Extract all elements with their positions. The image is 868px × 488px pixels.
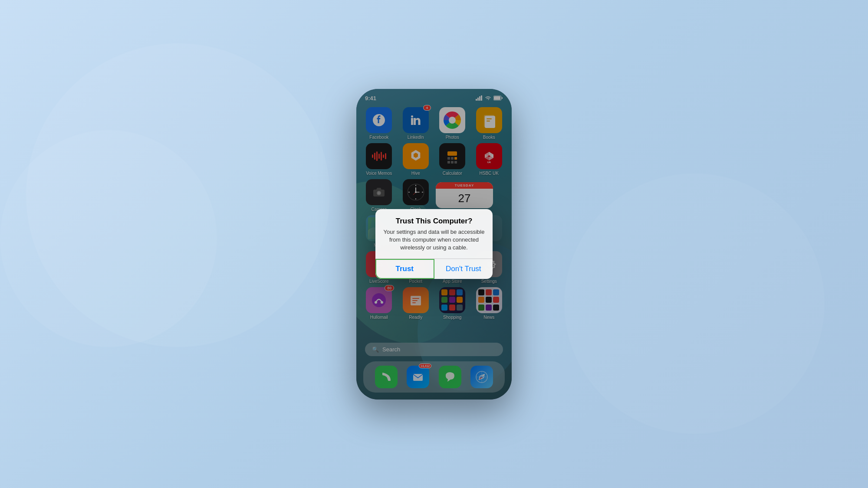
dialog-overlay: Trust This Computer? Your settings and d… xyxy=(356,89,512,400)
trust-dialog-body: Your settings and data will be accessibl… xyxy=(382,228,486,252)
trust-dialog-title: Trust This Computer? xyxy=(382,217,486,226)
trust-dialog: Trust This Computer? Your settings and d… xyxy=(375,209,493,279)
trust-button[interactable]: Trust xyxy=(375,259,434,279)
phone-screen: 9:41 xyxy=(356,89,512,400)
phone-frame: 9:41 xyxy=(356,89,512,400)
dont-trust-button[interactable]: Don't Trust xyxy=(434,259,493,279)
trust-dialog-content: Trust This Computer? Your settings and d… xyxy=(375,209,493,252)
trust-dialog-buttons: Trust Don't Trust xyxy=(375,259,493,279)
